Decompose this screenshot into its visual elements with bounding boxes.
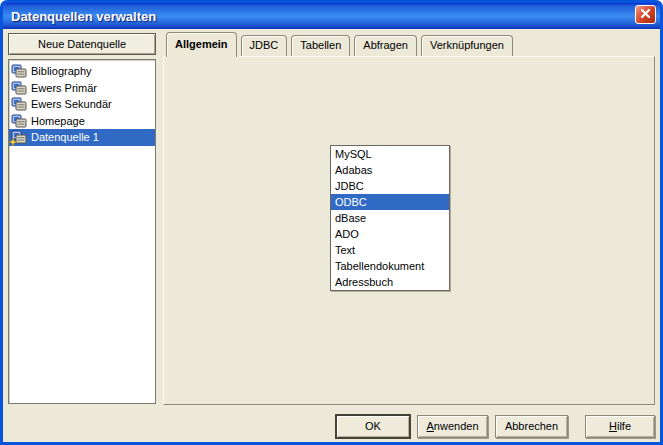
tab-verkn-pfungen[interactable]: Verknüpfungen [421, 35, 513, 56]
dropdown-option[interactable]: MySQL [331, 146, 449, 162]
datasource-icon [11, 114, 27, 128]
apply-button[interactable]: Anwenden [417, 415, 488, 438]
list-item-label: Datenquelle 1 [31, 131, 99, 143]
dropdown-list[interactable]: MySQLAdabasJDBCODBCdBaseADOTextTabellend… [330, 145, 450, 291]
tab-bar: AllgemeinJDBCTabellenAbfragenVerknüpfung… [163, 33, 657, 56]
tab-jdbc[interactable]: JDBC [241, 35, 288, 56]
dropdown-option[interactable]: Adressbuch [331, 274, 449, 290]
list-item[interactable]: Ewers Sekundär [9, 96, 155, 113]
datasource-icon [11, 130, 27, 144]
dialog-title: Datenquellen verwalten [3, 9, 156, 24]
new-datasource-button[interactable]: Neue Datenquelle [8, 33, 156, 55]
titlebar[interactable]: Datenquellen verwalten [3, 3, 660, 29]
list-item-label: Ewers Sekundär [31, 98, 112, 110]
cancel-button[interactable]: Abbrechen [495, 415, 568, 438]
dropdown-option[interactable]: dBase [331, 210, 449, 226]
ok-button[interactable]: OK [336, 415, 410, 438]
list-item-label: Bibliography [31, 65, 92, 77]
dialog-window: Datenquellen verwalten Neue Datenquelle … [0, 0, 663, 445]
list-item[interactable]: Bibliography [9, 63, 155, 80]
list-item[interactable]: Ewers Primär [9, 80, 155, 97]
dropdown-option[interactable]: Adabas [331, 162, 449, 178]
datasource-icon [11, 81, 27, 95]
dropdown-option[interactable]: ADO [331, 226, 449, 242]
list-item-label: Homepage [31, 115, 85, 127]
list-item[interactable]: Homepage [9, 113, 155, 130]
list-item[interactable]: Datenquelle 1 [9, 129, 155, 146]
datasource-icon [11, 64, 27, 78]
datasource-list[interactable]: BibliographyEwers PrimärEwers SekundärHo… [8, 59, 156, 404]
close-icon [640, 8, 651, 21]
tab-allgemein[interactable]: Allgemein [166, 32, 237, 57]
datasource-icon [11, 97, 27, 111]
dropdown-option[interactable]: ODBC [331, 194, 449, 210]
dropdown-option[interactable]: Tabellendokument [331, 258, 449, 274]
tab-tabellen[interactable]: Tabellen [291, 35, 350, 56]
tab-abfragen[interactable]: Abfragen [354, 35, 417, 56]
list-item-label: Ewers Primär [31, 82, 97, 94]
dropdown-option[interactable]: JDBC [331, 178, 449, 194]
dropdown-option[interactable]: Text [331, 242, 449, 258]
close-button[interactable] [635, 5, 656, 24]
help-button[interactable]: Hilfe [585, 415, 655, 438]
